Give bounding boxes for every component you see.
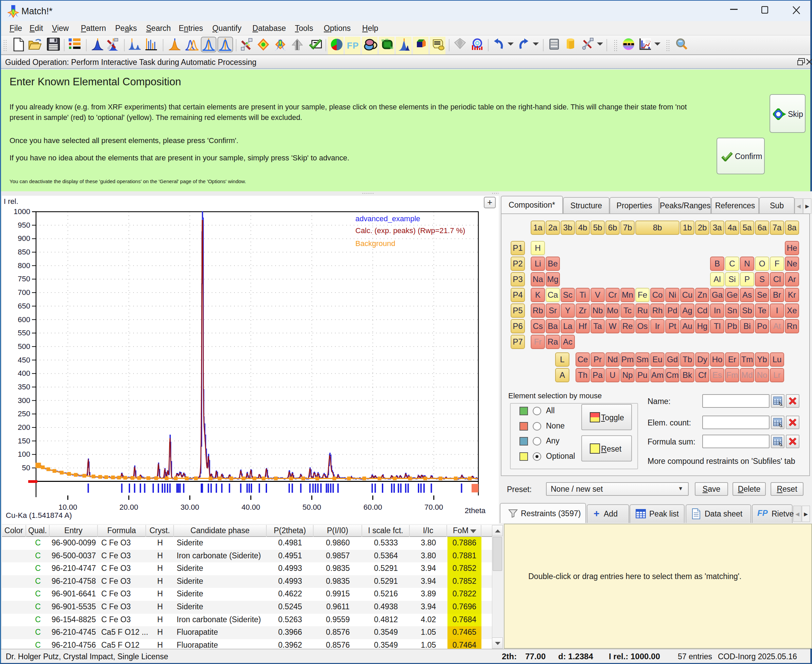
svg-text:50.00: 50.00 <box>303 503 321 511</box>
svg-text:250: 250 <box>18 410 30 418</box>
svg-text:100: 100 <box>18 450 30 458</box>
svg-text:50: 50 <box>22 464 30 472</box>
svg-text:150: 150 <box>18 437 30 445</box>
svg-text:Calc. (exp. peaks) (Rwp=21.7 %: Calc. (exp. peaks) (Rwp=21.7 %) <box>355 226 465 235</box>
svg-text:1000: 1000 <box>14 207 30 216</box>
svg-text:650: 650 <box>18 302 30 310</box>
svg-text:350: 350 <box>18 382 30 391</box>
svg-text:advanced_example: advanced_example <box>355 215 420 223</box>
svg-text:70.00: 70.00 <box>424 503 443 511</box>
svg-text:450: 450 <box>18 356 30 364</box>
svg-text:550: 550 <box>18 329 30 337</box>
svg-text:10.00: 10.00 <box>59 503 77 511</box>
svg-text:I rel.: I rel. <box>4 197 18 206</box>
svg-text:40.00: 40.00 <box>242 503 260 511</box>
svg-text:200: 200 <box>18 423 30 431</box>
svg-text:500: 500 <box>18 342 30 351</box>
svg-text:850: 850 <box>18 248 30 256</box>
svg-text:Cu-Ka (1.541874 A): Cu-Ka (1.541874 A) <box>6 511 72 519</box>
svg-text:700: 700 <box>18 288 30 297</box>
svg-text:20.00: 20.00 <box>120 503 138 511</box>
svg-text:600: 600 <box>18 315 30 324</box>
svg-text:300: 300 <box>18 396 30 405</box>
svg-text:60.00: 60.00 <box>363 503 382 511</box>
svg-text:950: 950 <box>18 221 30 229</box>
svg-text:750: 750 <box>18 275 30 283</box>
svg-text:Background: Background <box>355 239 395 248</box>
svg-text:400: 400 <box>18 369 30 378</box>
svg-text:900: 900 <box>18 234 30 242</box>
svg-text:800: 800 <box>18 261 30 270</box>
svg-text:30.00: 30.00 <box>181 503 199 511</box>
svg-text:2theta: 2theta <box>465 506 486 515</box>
